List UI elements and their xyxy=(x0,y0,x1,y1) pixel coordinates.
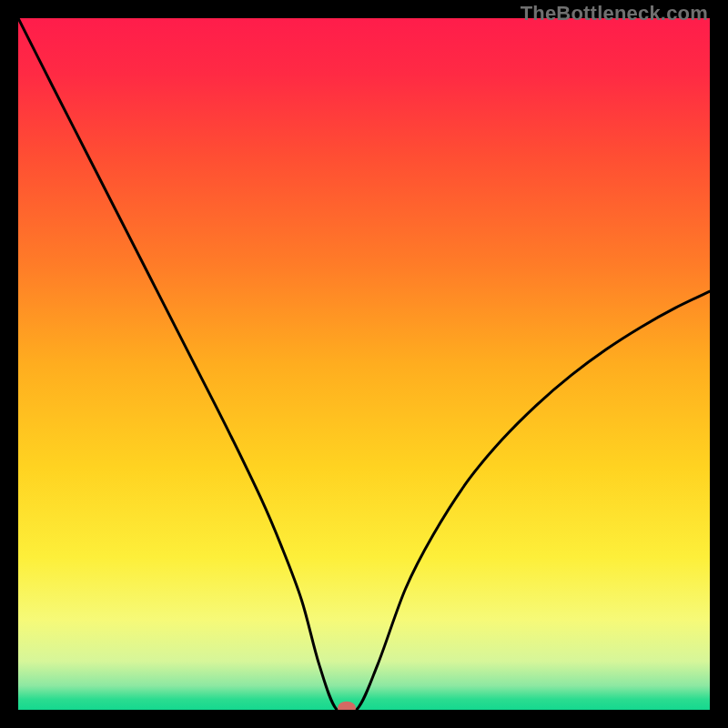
chart-svg xyxy=(18,18,710,710)
plot-area xyxy=(18,18,710,710)
gradient-background xyxy=(18,18,710,710)
chart-frame: TheBottleneck.com xyxy=(0,0,728,728)
watermark-text: TheBottleneck.com xyxy=(521,2,708,25)
